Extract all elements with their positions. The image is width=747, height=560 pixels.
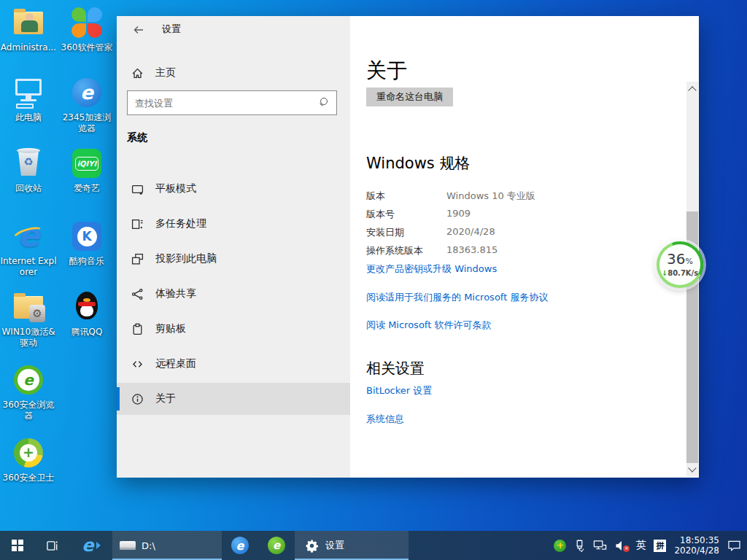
- kugou-music-icon: K: [70, 219, 104, 253]
- desktop-icon-label: Administra...: [0, 42, 57, 53]
- sidebar-item-label: 平板模式: [155, 182, 196, 195]
- sidebar-item-label: 投影到此电脑: [155, 252, 217, 265]
- taskbar-explorer-button[interactable]: D:\: [112, 531, 222, 560]
- tray-network-icon[interactable]: [593, 540, 607, 551]
- desktop-icon-360-browser[interactable]: e 360安全浏览器: [0, 363, 57, 421]
- desktop-icon-win10-activate[interactable]: ⚙ WIN10激活&驱动: [0, 290, 57, 349]
- search-input[interactable]: [135, 98, 319, 109]
- this-pc-icon: [12, 76, 45, 109]
- read-services-agreement-link[interactable]: 阅读适用于我们服务的 Microsoft 服务协议: [366, 291, 548, 304]
- ime-language-indicator[interactable]: 英: [635, 539, 646, 552]
- desktop-icon-label: 爱奇艺: [58, 183, 115, 194]
- desktop-icon-kugou-music[interactable]: K 酷狗音乐: [58, 219, 115, 267]
- desktop-icon-tencent-qq[interactable]: 腾讯QQ: [58, 290, 115, 338]
- sidebar-item-projecting[interactable]: 投影到此电脑: [117, 243, 350, 275]
- spec-row: 操作系统版本 18363.815: [366, 244, 673, 257]
- windows-logo-icon: [12, 540, 23, 551]
- desktop-icon-recycle-bin[interactable]: ♻ 回收站: [0, 147, 57, 194]
- sidebar-item-clipboard[interactable]: 剪贴板: [117, 313, 350, 345]
- spec-value: 1909: [446, 208, 471, 221]
- download-speed: ↓80.7K/s: [662, 269, 698, 278]
- ime-mode-indicator[interactable]: 拼: [654, 540, 666, 552]
- down-arrow-icon: ↓: [662, 269, 667, 277]
- desktop-icon-label: 此电脑: [0, 112, 57, 123]
- content-scroll-up[interactable]: [689, 88, 695, 93]
- sidebar-item-tablet-mode[interactable]: 平板模式: [117, 173, 350, 205]
- bitlocker-settings-link[interactable]: BitLocker 设置: [366, 384, 432, 397]
- desktop-icon-360-software-manager[interactable]: 360软件管家: [58, 6, 115, 53]
- spec-row: 版本号 1909: [366, 208, 673, 221]
- desktop-icon-2345-browser[interactable]: e 2345加速浏览器: [58, 76, 115, 134]
- system-info-link[interactable]: 系统信息: [366, 413, 404, 426]
- win10-activate-folder-icon: ⚙: [12, 290, 45, 324]
- sidebar-section-title: 系统: [127, 131, 147, 144]
- sidebar-item-shared-experiences[interactable]: 体验共享: [117, 278, 350, 310]
- administrator-folder-icon: [12, 6, 45, 39]
- 2345-browser-icon: e: [231, 537, 249, 554]
- 360-speed-ball-widget[interactable]: 36% ↓80.7K/s: [654, 239, 705, 290]
- sidebar-item-label: 主页: [155, 66, 176, 79]
- desktop-icon-360-safe[interactable]: + 360安全卫士: [0, 436, 57, 483]
- about-info-icon: [131, 393, 144, 405]
- recycle-bin-icon: ♻: [12, 147, 45, 180]
- 2345-browser-icon: e: [70, 76, 104, 109]
- spec-label: 版本号: [366, 208, 446, 221]
- desktop-icon-iqiyi[interactable]: iQIYI 爱奇艺: [58, 147, 115, 194]
- tray-volume-muted-icon[interactable]: ×: [615, 540, 627, 551]
- desktop-icon-label: 360安全卫士: [0, 472, 57, 483]
- settings-gear-icon: [305, 539, 319, 553]
- 360-browser-icon: e: [12, 363, 45, 397]
- sidebar-item-label: 远程桌面: [155, 357, 196, 370]
- projecting-icon: [131, 253, 144, 265]
- taskbar: e D:\ e e 设置 + ×: [0, 531, 747, 560]
- taskbar-clock[interactable]: 18:50:35 2020/4/28: [674, 535, 719, 556]
- read-license-terms-link[interactable]: 阅读 Microsoft 软件许可条款: [366, 319, 491, 332]
- change-product-key-link[interactable]: 更改产品密钥或升级 Windows: [366, 262, 497, 276]
- back-button[interactable]: [124, 19, 153, 41]
- desktop-icon-internet-explorer[interactable]: e Internet Explorer: [0, 219, 57, 278]
- home-icon: [131, 67, 144, 79]
- desktop-icon-label: Internet Explorer: [0, 256, 57, 278]
- related-settings-title: 相关设置: [366, 359, 425, 378]
- memory-usage-percent: 36%: [667, 252, 693, 269]
- spec-row: 版本 Windows 10 专业版: [366, 190, 673, 203]
- taskbar-360-browser-button[interactable]: e: [258, 531, 295, 560]
- sidebar-item-about[interactable]: 关于: [117, 383, 350, 415]
- clock-date: 2020/4/28: [674, 545, 719, 556]
- taskbar-settings-button[interactable]: 设置: [295, 531, 409, 560]
- rename-pc-button[interactable]: 重命名这台电脑: [366, 88, 453, 106]
- shortcut-arrow-icon: [96, 542, 101, 549]
- sidebar-item-label: 体验共享: [155, 287, 196, 300]
- desktop-icon-label: 回收站: [0, 183, 57, 194]
- task-view-button[interactable]: [35, 531, 70, 560]
- taskbar-2345-browser-button[interactable]: e: [222, 531, 258, 560]
- remote-desktop-icon: [131, 358, 144, 370]
- 360-software-manager-icon: [70, 6, 104, 39]
- desktop-icon-label: 酷狗音乐: [58, 256, 115, 267]
- action-center-button[interactable]: [727, 540, 741, 552]
- taskbar-ie-button[interactable]: e: [70, 531, 112, 560]
- tray-360-safe-icon[interactable]: +: [554, 540, 566, 552]
- desktop-icon-label: 2345加速浏览器: [58, 112, 115, 134]
- multitasking-icon: [131, 218, 144, 230]
- tencent-qq-icon: [70, 290, 104, 324]
- sidebar-item-label: 关于: [155, 392, 176, 405]
- settings-search-box[interactable]: [127, 90, 337, 115]
- search-icon[interactable]: [319, 98, 329, 108]
- content-scroll-down[interactable]: [689, 465, 695, 471]
- 360-browser-icon: e: [268, 537, 285, 554]
- settings-window-label: 设置: [325, 539, 344, 552]
- sidebar-item-multitasking[interactable]: 多任务处理: [117, 208, 350, 240]
- 360-safe-icon: +: [12, 436, 45, 470]
- sidebar-item-remote-desktop[interactable]: 远程桌面: [117, 348, 350, 380]
- spec-label: 操作系统版本: [366, 244, 446, 257]
- start-button[interactable]: [0, 531, 35, 560]
- desktop-icon-this-pc[interactable]: 此电脑: [0, 76, 57, 123]
- action-center-icon: [727, 540, 741, 552]
- spec-value: 18363.815: [446, 244, 498, 257]
- desktop-icon-administrator[interactable]: Administra...: [0, 6, 57, 53]
- clipboard-icon: [131, 323, 144, 335]
- tray-usb-icon[interactable]: [574, 540, 585, 552]
- sidebar-item-home[interactable]: 主页: [117, 58, 350, 88]
- page-title: 关于: [366, 57, 407, 85]
